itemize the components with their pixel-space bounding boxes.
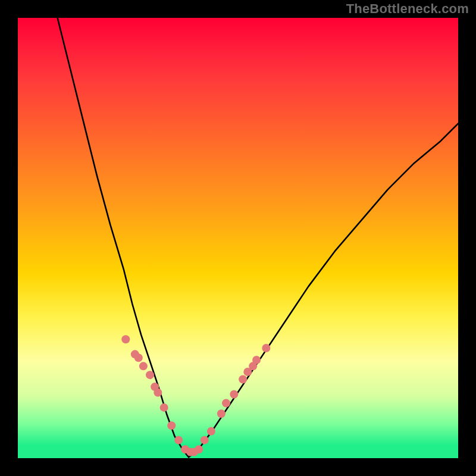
heat-gradient-background <box>18 18 458 458</box>
chart-canvas: TheBottleneck.com <box>0 0 476 476</box>
plot-area <box>18 18 458 458</box>
watermark-text: TheBottleneck.com <box>346 1 469 17</box>
